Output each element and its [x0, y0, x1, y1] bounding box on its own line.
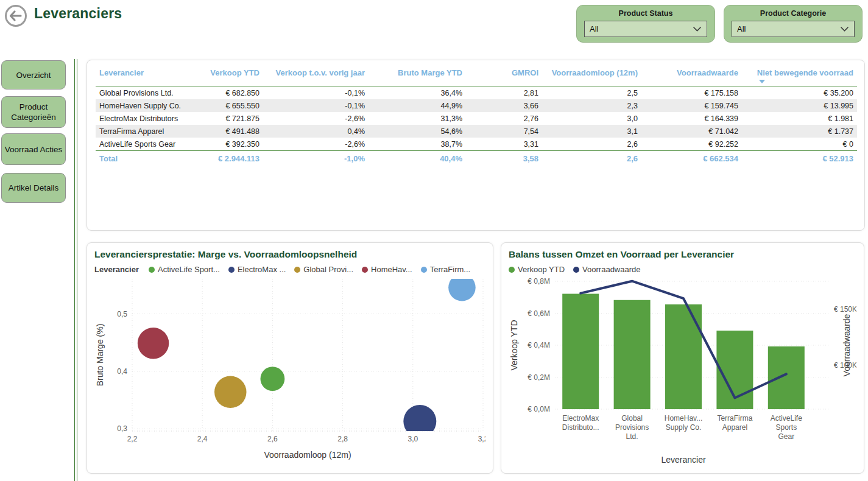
table-cell: 54,6% — [369, 125, 466, 138]
table-row[interactable]: Global Provisions Ltd.€ 682.850-0,1%36,4… — [96, 86, 857, 100]
legend-item[interactable]: TerraFirm... — [421, 265, 470, 274]
table-cell: 7,54 — [466, 125, 542, 138]
x-category-label: TerraFirmaApparel — [717, 414, 752, 432]
scatter-bubble[interactable] — [214, 376, 247, 409]
table-cell: € 164.339 — [641, 112, 742, 125]
table-total-cell: € 2.944.113 — [199, 151, 263, 167]
column-header-2[interactable]: Verkoop t.o.v. vorig jaar — [263, 66, 369, 86]
sidebar-item-product-categorieen[interactable]: Product Categorieën — [1, 96, 66, 128]
table-total-cell: -1,0% — [263, 151, 369, 167]
table-cell: 31,3% — [369, 112, 466, 125]
legend-item[interactable]: HomeHav... — [362, 265, 412, 274]
table-cell: € 655.550 — [199, 99, 263, 112]
legend-dot-icon — [573, 267, 579, 273]
svg-text:0,4: 0,4 — [117, 367, 127, 376]
x-category-label: HomeHav...Supply Co. — [665, 414, 702, 432]
svg-text:Voorraadomloop (12m): Voorraadomloop (12m) — [264, 450, 351, 460]
svg-text:3,0: 3,0 — [408, 435, 418, 443]
legend-item[interactable]: Global Provi... — [294, 265, 353, 274]
svg-text:2,8: 2,8 — [337, 435, 348, 443]
svg-text:€ 0,4M: € 0,4M — [528, 341, 550, 349]
slicer-product-status-dropdown[interactable]: All — [584, 21, 707, 37]
table-total-cell: 2,6 — [542, 151, 641, 167]
table-total-cell: Total — [96, 151, 199, 167]
table-cell: 3,1 — [542, 125, 641, 138]
slicer-product-status: Product Status All — [576, 5, 715, 43]
table-cell: -2,6% — [263, 112, 369, 125]
sort-desc-icon[interactable] — [759, 80, 765, 83]
table-cell: 2,6 — [542, 138, 641, 151]
table-cell: € 392.350 — [199, 138, 263, 151]
combo-legend: Verkoop YTDVoorraadwaarde — [509, 265, 858, 274]
back-button[interactable] — [4, 4, 28, 28]
scatter-bubble[interactable] — [138, 328, 169, 359]
bar-verkoop-ytd[interactable] — [768, 346, 805, 409]
legend-dot-icon — [421, 267, 427, 273]
svg-text:2,6: 2,6 — [267, 435, 278, 443]
x-category-label: GlobalProvisionsLtd. — [615, 414, 649, 441]
table-row[interactable]: HomeHaven Supply Co.€ 655.550-0,1%44,9%3… — [96, 99, 857, 112]
table-cell: € 1.737 — [742, 125, 857, 138]
column-header-0[interactable]: Leverancier — [96, 66, 199, 86]
svg-text:3,2: 3,2 — [478, 435, 485, 443]
table-cell: € 175.158 — [641, 86, 742, 100]
page-divider — [74, 59, 77, 481]
x-category-label: ElectroMaxDistributo... — [562, 414, 599, 432]
table-cell: 2,76 — [466, 112, 542, 125]
column-header-4[interactable]: GMROI — [466, 66, 542, 86]
svg-text:€ 0,2M: € 0,2M — [528, 373, 550, 382]
column-header-1[interactable]: Verkoop YTD — [199, 66, 263, 86]
legend-item[interactable]: ElectroMax ... — [228, 265, 286, 274]
scatter-legend: Leverancier ActiveLife Sport...ElectroMa… — [94, 265, 487, 274]
legend-label: Verkoop YTD — [518, 265, 565, 274]
scatter-bubble[interactable] — [448, 275, 476, 301]
legend-label: ActiveLife Sport... — [158, 265, 220, 274]
bar-verkoop-ytd[interactable] — [614, 300, 651, 409]
table-cell: 3,0 — [542, 112, 641, 125]
column-header-6[interactable]: Voorraadwaarde — [641, 66, 742, 86]
legend-item[interactable]: ActiveLife Sport... — [149, 265, 220, 274]
scatter-legend-title: Leverancier — [94, 265, 139, 274]
scatter-bubble[interactable] — [403, 405, 436, 438]
column-header-5[interactable]: Voorraadomloop (12m) — [542, 66, 641, 86]
bar-verkoop-ytd[interactable] — [665, 304, 702, 409]
slicer-product-categorie: Product Categorie All — [724, 5, 863, 43]
legend-item[interactable]: Verkoop YTD — [509, 265, 565, 274]
x-category-label: ActiveLifeSportsGear — [771, 414, 802, 441]
table-cell: 3,66 — [466, 99, 542, 112]
svg-text:0,5: 0,5 — [117, 310, 127, 318]
sidebar-item-overzicht[interactable]: Overzicht — [1, 60, 66, 90]
table-cell: 2,81 — [466, 86, 542, 100]
table-row[interactable]: ActiveLife Sports Gear€ 392.350-2,6%38,7… — [96, 138, 857, 151]
arrow-left-circle-icon — [4, 4, 28, 28]
table-cell: € 35.200 — [742, 86, 857, 100]
sidebar-item-artikel-details[interactable]: Artikel Details — [1, 173, 66, 203]
slicer-product-categorie-value: All — [737, 24, 746, 33]
bar-verkoop-ytd[interactable] — [562, 294, 599, 409]
svg-text:€ 0,8M: € 0,8M — [528, 277, 550, 286]
column-header-7[interactable]: Niet bewegende voorraad — [742, 66, 857, 86]
legend-dot-icon — [294, 267, 300, 273]
combo-plot: € 0,0M€ 0,2M€ 0,4M€ 0,6M€ 0,8M€ 100K€ 15… — [507, 275, 856, 468]
scatter-plot: 0,30,40,52,22,42,62,83,03,2Voorraadomloo… — [93, 275, 485, 468]
legend-item[interactable]: Voorraadwaarde — [573, 265, 640, 274]
sidebar-item-voorraad-acties[interactable]: Voorraad Acties — [1, 133, 66, 165]
column-header-3[interactable]: Bruto Marge YTD — [369, 66, 466, 86]
table-row[interactable]: ElectroMax Distributors€ 721.875-2,6%31,… — [96, 112, 857, 125]
svg-text:Voorraadwaarde: Voorraadwaarde — [842, 314, 852, 376]
table-cell: HomeHaven Supply Co. — [96, 99, 199, 112]
chevron-down-icon — [693, 26, 702, 32]
scatter-bubble[interactable] — [260, 367, 284, 391]
table-total-cell: 3,58 — [466, 151, 542, 167]
slicer-product-status-label: Product Status — [584, 9, 707, 18]
table-total-row: Total€ 2.944.113-1,0%40,4%3,582,6€ 662.5… — [96, 151, 857, 167]
table-row[interactable]: TerraFirma Apparel€ 491.4880,4%54,6%7,54… — [96, 125, 857, 138]
slicer-product-status-value: All — [590, 24, 598, 33]
svg-text:2,4: 2,4 — [197, 435, 208, 443]
table-cell: -2,6% — [263, 138, 369, 151]
combo-chart-card: Balans tussen Omzet en Voorraad per Leve… — [501, 242, 864, 474]
table-total-cell: € 52.913 — [742, 151, 857, 167]
slicer-product-categorie-dropdown[interactable]: All — [732, 21, 855, 37]
svg-text:€ 0,0M: € 0,0M — [528, 405, 550, 413]
svg-text:Bruto Marge (%): Bruto Marge (%) — [95, 324, 105, 387]
